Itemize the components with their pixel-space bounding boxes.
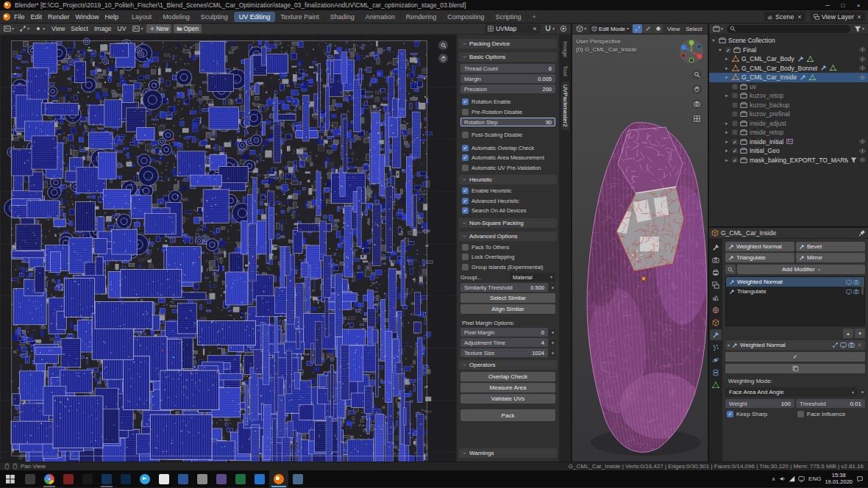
taskbar-app-app-5[interactable]	[116, 470, 135, 487]
modifier-search-button[interactable]	[725, 265, 736, 274]
scene-selector[interactable]: Scene	[764, 12, 805, 21]
uv-menu-view[interactable]: View	[49, 24, 68, 33]
new-image-button[interactable]: New	[146, 24, 171, 33]
sidebar-tab-uvpackmaster2[interactable]: UVPackmaster2	[561, 82, 569, 130]
collection-checkbox[interactable]: ✓	[732, 157, 738, 163]
outliner-row-scene-collection[interactable]: ▾Scene Collection	[709, 36, 868, 46]
menu-help[interactable]: Help	[102, 12, 122, 21]
modifier-move-down-button[interactable]: ▾	[855, 329, 865, 338]
add-modifier-dropdown[interactable]: Add Modifier▾	[737, 265, 865, 274]
viewport-editor-type-dropdown[interactable]: ▾	[574, 24, 588, 33]
panel-section-non-square-packing[interactable]: Non-Square Packing	[459, 218, 557, 228]
uv-select-mode-dropdown[interactable]: ▾	[18, 24, 31, 33]
outliner-row-mask-baking-export-to-marmoset[interactable]: ▸✓mask_baking_EXPORT_TO_MARMOSET	[709, 156, 868, 165]
field-pixel-margin[interactable]: Pixel Margin0	[460, 328, 548, 337]
expand-toggle[interactable]: ▸	[724, 139, 730, 145]
taskbar-app-app-1[interactable]	[21, 470, 40, 487]
collection-checkbox[interactable]	[732, 121, 738, 126]
outliner-row-kuzov-prefinal[interactable]: kuzov_prefinal	[709, 110, 868, 119]
collection-checkbox[interactable]	[732, 93, 738, 98]
checkbox-enable-heuristic[interactable]: ✓Enable Heuristic	[460, 187, 555, 195]
outliner-row-kuzov-backup[interactable]: kuzov_backup	[709, 101, 868, 110]
workspace-tab-modeling[interactable]: Modeling	[157, 12, 196, 22]
checkbox-advanced-heuristic[interactable]: ✓Advanced Heuristic	[460, 197, 555, 206]
field-adjustment-time[interactable]: Adjustment Time4	[460, 338, 548, 347]
field-thread-count[interactable]: Thread Count6	[460, 64, 555, 73]
favourite-modifier-weighted-normal[interactable]: Weighted Normal	[725, 242, 794, 251]
edit-mode-toggle-icon[interactable]	[832, 342, 839, 348]
workspace-tab-uv-editing[interactable]: UV Editing	[234, 12, 276, 22]
panel-section-heuristic[interactable]: Heuristic	[459, 175, 557, 184]
sticky-select-dropdown[interactable]: ▾	[33, 24, 46, 33]
taskbar-app-app-6[interactable]	[154, 470, 174, 487]
render-toggle-icon[interactable]	[848, 342, 855, 348]
outliner-row-initial-geo[interactable]: ▸✓Initial_Geo	[709, 146, 868, 156]
checkbox-automatic-uv-pre-validation[interactable]: Automatic UV Pre-Validation	[460, 164, 555, 173]
properties-tab-render[interactable]	[710, 254, 722, 265]
workspace-tab-layout[interactable]: Layout	[127, 12, 157, 22]
edge-select-mode-button[interactable]	[643, 24, 652, 33]
button-align-similar[interactable]: Align Similar	[460, 304, 555, 314]
properties-tab-object-data[interactable]	[710, 379, 722, 390]
eye-icon[interactable]	[859, 138, 866, 145]
workspace-tab-rendering[interactable]: Rendering	[401, 12, 443, 22]
checkbox-search-on-all-devices[interactable]: ✓Search On All Devices	[460, 207, 555, 215]
monitor-icon[interactable]	[798, 476, 805, 482]
menu-edit[interactable]: Edit	[28, 12, 46, 21]
field-rotation-step[interactable]: Rotation Step90	[460, 118, 555, 126]
weighting-mode-dropdown[interactable]: Face Area And Angle▾	[725, 387, 858, 397]
expand-toggle[interactable]: ▸	[724, 93, 730, 98]
favourite-modifier-triangulate[interactable]: Triangulate	[725, 253, 794, 262]
animate-property-icon[interactable]	[549, 340, 555, 345]
workspace-tab-texture-paint[interactable]: Texture Paint	[275, 12, 325, 22]
expand-toggle[interactable]: ▸	[724, 74, 730, 80]
properties-tab-scene[interactable]	[710, 292, 722, 303]
animate-property-icon[interactable]	[549, 284, 555, 290]
outliner-row-g-cml-car-body[interactable]: ▸G_CML_Car_Body	[709, 54, 868, 64]
field-margin[interactable]: Margin0.005	[460, 74, 555, 83]
properties-tab-view-layer[interactable]	[710, 279, 722, 290]
viewport-menu-view[interactable]: View	[664, 25, 683, 33]
expand-toggle[interactable]: ▸	[724, 65, 730, 71]
keep-sharp-checkbox[interactable]: ✓ Keep Sharp	[725, 410, 794, 419]
taskbar-app-app-8[interactable]	[193, 470, 212, 487]
remove-modifier-icon[interactable]	[856, 342, 863, 348]
viewport-camera-button[interactable]	[692, 99, 702, 109]
volume-icon[interactable]	[779, 476, 786, 482]
uvmap-selector[interactable]: UVMap	[485, 24, 541, 33]
menu-render[interactable]: Render	[45, 12, 73, 21]
outliner-row-uv[interactable]: uv	[709, 82, 868, 92]
eye-icon[interactable]	[859, 56, 866, 62]
realtime-toggle-icon[interactable]	[840, 342, 847, 348]
animate-property-icon[interactable]	[549, 329, 555, 335]
taskbar-app-blender[interactable]	[269, 470, 288, 487]
expand-toggle[interactable]: ▸	[724, 121, 730, 126]
favourite-modifier-mirror[interactable]: Mirror	[796, 253, 865, 262]
workspace-tab-compositing[interactable]: Compositing	[442, 12, 490, 22]
properties-tab-constraints[interactable]	[710, 367, 722, 378]
eye-icon[interactable]	[859, 74, 866, 81]
collection-checkbox[interactable]: ✓	[732, 139, 738, 145]
expand-toggle[interactable]: ▾	[711, 37, 716, 43]
network-icon[interactable]	[789, 476, 795, 482]
viewport-zoom-button[interactable]	[692, 70, 702, 79]
taskbar-app-app-7[interactable]	[174, 470, 193, 487]
uv-menu-select[interactable]: Select	[68, 24, 91, 33]
eye-icon[interactable]	[859, 46, 866, 53]
face-select-mode-button[interactable]	[653, 24, 663, 33]
taskbar-app-app-4[interactable]	[97, 470, 116, 487]
active-modifier-header[interactable]: ▾ Weighted Normal	[725, 340, 865, 350]
properties-tab-tool[interactable]	[710, 242, 722, 253]
taskbar-app-app-10[interactable]	[231, 470, 250, 487]
copy-modifier-button[interactable]	[725, 364, 865, 373]
close-button[interactable]: ×	[853, 2, 864, 9]
open-image-button[interactable]: Open	[174, 24, 202, 33]
properties-tab-modifiers[interactable]	[710, 329, 722, 340]
sidebar-tab-tool[interactable]: Tool	[561, 62, 569, 79]
viewport-canvas[interactable]	[572, 35, 708, 462]
expand-toggle[interactable]: ▸	[724, 148, 730, 154]
checkbox-pack-to-others[interactable]: Pack To Others	[460, 243, 555, 252]
taskbar-app-app-11[interactable]	[250, 470, 269, 487]
panel-section-warnings[interactable]: Warnings	[459, 448, 557, 458]
uv-menu-uv[interactable]: UV	[115, 24, 129, 33]
